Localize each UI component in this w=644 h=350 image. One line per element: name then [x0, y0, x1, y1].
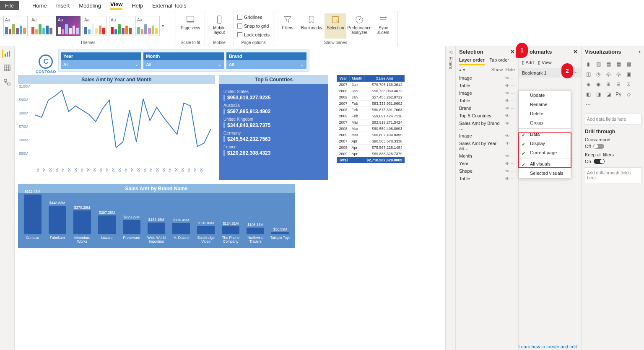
viz-type-icon[interactable]: ⊟ [614, 80, 623, 88]
selection-item[interactable]: Image👁 ⋯ [456, 89, 518, 97]
table-row[interactable]: 2007Mar$82,919,271.5424 [337, 119, 405, 126]
lock-checkbox[interactable]: Lock objects [237, 32, 270, 37]
selection-item[interactable]: Brand👁 ⋯ [456, 104, 518, 112]
menu-delete[interactable]: Delete [519, 109, 571, 118]
viz-type-icon[interactable]: ▩ [624, 60, 633, 68]
menu-data[interactable]: ✓Data [519, 130, 571, 139]
viz-type-icon[interactable]: ⊞ [604, 80, 613, 88]
bar[interactable]: $30.59MTailspin Toys [270, 227, 291, 245]
selection-item[interactable]: Sales Amt by Brand …👁 ⋯ [456, 119, 518, 132]
slicer-year[interactable]: Year All⌄ [61, 52, 141, 69]
menu-all-visuals[interactable]: ✓All visuals [519, 159, 571, 169]
bar[interactable]: $131.03MSouthridge Video [196, 221, 216, 245]
data-view-icon[interactable] [3, 64, 11, 72]
table-row[interactable]: 2008Feb$60,673,391.7663 [337, 107, 405, 113]
bar[interactable]: $297.38MLitware [96, 210, 117, 245]
drill-fields-well[interactable]: Add drill-through fields here [584, 167, 641, 183]
theme-thumb-3[interactable]: Aa [56, 16, 80, 36]
viz-type-icon[interactable]: ◇ [624, 90, 633, 99]
viz-type-icon[interactable]: ◷ [594, 70, 602, 78]
selection-item[interactable]: Month👁 ⋯ [456, 152, 518, 160]
filters-pane-button[interactable]: Filters [277, 13, 299, 39]
table-visual[interactable]: YearMonthSales Amt2007Jan$79,705,136.261… [337, 75, 405, 180]
viz-type-icon[interactable]: ▦ [614, 60, 623, 68]
slicer-brand[interactable]: Brand All⌄ [226, 52, 306, 69]
line-chart-visual[interactable]: Sales Amt by Year and Month $100M$90M$80… [18, 75, 215, 180]
viz-type-icon[interactable]: ◵ [604, 70, 613, 78]
table-row[interactable]: 2009Feb$59,891,424.7116 [337, 113, 405, 119]
menu-help[interactable]: Help [132, 3, 143, 9]
themes-more-icon[interactable]: ▾ [162, 23, 164, 28]
tab-layer-order[interactable]: Layer order [459, 57, 485, 65]
performance-button[interactable]: Performance analyzer [348, 13, 370, 39]
menu-display[interactable]: ✓Display [519, 139, 571, 148]
page-view-button[interactable]: Page view [179, 13, 201, 39]
viz-type-icon[interactable]: ▣ [624, 70, 633, 78]
bar[interactable]: $124.81MThe Phone Company [221, 221, 241, 245]
selection-item[interactable]: Image👁 ⋯ [456, 74, 518, 82]
bar-chart-visual[interactable]: Sales Amt by Brand Name $622.43MContoso$… [18, 184, 295, 248]
viz-type-icon[interactable]: ◉ [594, 80, 602, 88]
top5-card-visual[interactable]: Top 5 Countries United States$953,619,32… [219, 75, 328, 180]
selection-item[interactable]: Sales Amt by Year an…👁 ⋯ [456, 140, 518, 152]
bookmark-item[interactable]: Bookmark 1 ⋯ 2 [519, 68, 581, 78]
selection-item[interactable]: Year👁 ⋯ [456, 160, 518, 167]
selection-item[interactable]: Top 5 Countries👁 ⋯ [456, 112, 518, 119]
table-row[interactable]: 2007Jan$79,705,136.2612 [337, 82, 405, 88]
report-view-icon[interactable] [2, 49, 10, 58]
viz-type-icon[interactable]: Py [614, 90, 623, 99]
collapse-icon[interactable]: › [639, 49, 641, 55]
table-row[interactable]: 2007Apr$90,563,578.3338 [337, 138, 405, 145]
table-row[interactable]: 2008Apr$75,567,228.1484 [337, 145, 405, 151]
table-row[interactable]: 2008Mar$60,559,498.8993 [337, 126, 405, 132]
snap-checkbox[interactable]: Snap to grid [237, 23, 269, 29]
menu-view[interactable]: View [110, 1, 122, 10]
close-icon[interactable]: ✕ [510, 49, 515, 55]
gridlines-checkbox[interactable]: Gridlines [237, 15, 262, 20]
table-row[interactable]: 2009Mar$60,807,494.0395 [337, 132, 405, 138]
viz-type-icon[interactable]: ⋯ [584, 100, 592, 109]
viz-type-icon[interactable]: ◧ [584, 90, 592, 99]
mobile-layout-button[interactable]: Mobile layout [208, 13, 230, 39]
bookmark-add-button[interactable]: ▯ Add [522, 60, 534, 65]
table-row[interactable]: 2009Apr$69,888,328.7379 [337, 151, 405, 157]
theme-thumb-1[interactable]: Aa [3, 16, 28, 36]
close-icon[interactable]: ✕ [573, 49, 578, 55]
cross-report-toggle[interactable] [593, 144, 604, 149]
bar[interactable]: $223.29MProseware [121, 215, 142, 245]
bar[interactable]: $182.15MWide World Importers [146, 218, 166, 245]
selection-item[interactable]: Image👁 ⋯ [456, 132, 518, 140]
filters-pane-collapsed[interactable]: ◁ Filters [445, 46, 455, 350]
viz-type-icon[interactable]: ▥ [594, 60, 602, 68]
viz-type-icon[interactable]: ◶ [614, 70, 623, 78]
bookmark-view-button[interactable]: ▯ View [538, 60, 552, 65]
theme-thumb-2[interactable]: Aa [30, 16, 54, 36]
selection-item[interactable]: Table👁 ⋯ [456, 97, 518, 104]
viz-type-icon[interactable]: ◫ [584, 70, 592, 78]
viz-type-icon[interactable]: ◪ [604, 90, 613, 99]
viz-type-icon[interactable]: ▤ [604, 60, 613, 68]
menu-file[interactable]: File [0, 1, 19, 10]
menu-home[interactable]: Home [32, 3, 47, 9]
more-icon[interactable]: ⋯ [573, 70, 578, 75]
selection-item[interactable]: Shape👁 ⋯ [456, 167, 518, 175]
keep-filters-toggle[interactable] [594, 159, 605, 164]
menu-modeling[interactable]: Modeling [79, 3, 101, 9]
table-row[interactable]: 2007Feb$83,333,931.0602 [337, 101, 405, 107]
menu-external-tools[interactable]: External Tools [152, 3, 186, 9]
report-canvas[interactable]: C CONTOSO Year All⌄ Month All⌄ Brand All… [15, 46, 445, 350]
theme-thumb-6[interactable]: Aa [135, 16, 160, 36]
bookmarks-pane-button[interactable]: Bookmarks [301, 13, 322, 39]
menu-update[interactable]: Update [519, 91, 571, 100]
theme-thumb-4[interactable]: Aa [83, 16, 107, 36]
sync-slicers-button[interactable]: Sync slicers [372, 13, 394, 39]
model-view-icon[interactable] [3, 78, 11, 86]
show-button[interactable]: Show [491, 67, 503, 72]
footer-link[interactable]: Learn how to create and edit [519, 344, 577, 349]
slicer-month[interactable]: Month All⌄ [143, 52, 223, 69]
menu-group[interactable]: Group [519, 118, 571, 127]
table-row[interactable]: 2009Jan$57,453,262.8712 [337, 94, 405, 101]
bar[interactable]: $448.63MFabrikam [47, 201, 68, 245]
selection-pane-button[interactable]: Selection [325, 13, 346, 39]
menu-rename[interactable]: Rename [519, 100, 571, 109]
